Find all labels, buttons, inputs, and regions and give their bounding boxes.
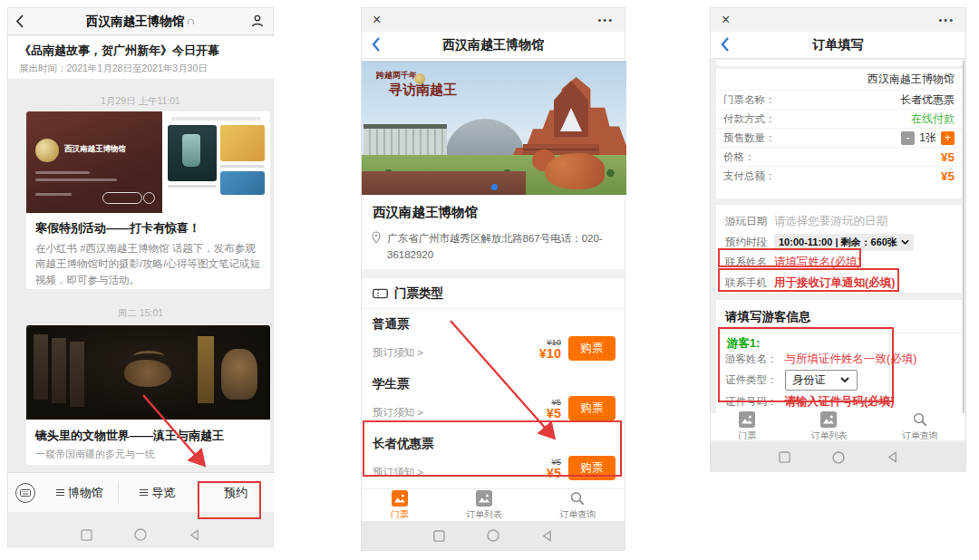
contact-phone-row[interactable]: 联系手机 用于接收订单通知(必填)	[716, 274, 962, 292]
decor-caption	[220, 165, 265, 168]
decor-caption	[168, 185, 217, 188]
museum-banner-image: 跨越两千年 寻访南越王	[362, 61, 626, 195]
android-home-button[interactable]	[487, 529, 499, 542]
booking-notice-link[interactable]: 预订须知 >	[373, 466, 423, 479]
payment-method-value: 在线付款	[911, 111, 955, 127]
tab-tickets[interactable]: 门票	[391, 490, 409, 521]
location-pin-icon	[371, 231, 382, 245]
android-navbar	[711, 442, 965, 472]
tab-label: 订单查询	[559, 508, 596, 521]
dome-shape	[445, 119, 525, 157]
ticket-type-section-title: 门票类型	[394, 285, 443, 302]
field-label: 游玩日期	[725, 215, 767, 228]
chevron-down-icon	[901, 239, 909, 245]
field-label: 支付总额：	[723, 169, 776, 183]
close-icon[interactable]: ×	[373, 13, 381, 27]
timeslot-select[interactable]: 10:00-11:00 | 剩余：660张	[774, 234, 914, 251]
back-icon[interactable]	[371, 36, 381, 56]
field-label: 联系手机	[725, 276, 767, 290]
close-icon[interactable]: ×	[722, 13, 730, 27]
current-price: ¥5	[547, 407, 561, 421]
glass-pyramid	[560, 108, 582, 131]
id-type-select[interactable]: 身份证	[785, 370, 858, 391]
contact-name-row[interactable]: 联系姓名 请填写姓名(必填)	[716, 253, 962, 271]
post-image: 西汉南越王博物馆	[26, 111, 270, 213]
webview-titlebar: × •••	[711, 8, 965, 32]
post-body: 在小红书 #西汉南越王博物馆 话题下，发布参观南越王博物馆时的摄影/攻略/心得等…	[26, 237, 270, 289]
date-row[interactable]: 游玩日期 请选择您要游玩的日期	[716, 212, 962, 230]
tab-order-search[interactable]: 订单查询	[902, 411, 938, 442]
article-link-card[interactable]: 《品南越故事，贺广州新年》今日开幕 展出时间：2021年1月28日至2021年3…	[8, 36, 275, 79]
quantity-stepper: - 1张 +	[901, 130, 955, 146]
exhibit-subtitle: 一窥帝国南疆的多元与一统	[26, 444, 270, 465]
article-title: 《品南越故事，贺广州新年》今日开幕	[19, 43, 264, 59]
id-number-placeholder: 请输入证件号码(必填)	[785, 394, 895, 410]
visitor-info-card: 请填写游客信息 游客1: 游客姓名： 与所填证件姓名一致(必填) 证件类型： 身…	[716, 300, 962, 413]
visitor-name-row[interactable]: 游客姓名： 与所填证件姓名一致(必填)	[716, 351, 962, 367]
official-account-menu: 博物馆 导览 预约	[8, 472, 275, 512]
audio-mode-icon	[187, 14, 195, 28]
poster-shape	[70, 342, 84, 407]
merchant-name: 西汉南越王博物馆	[868, 72, 955, 87]
tab-tickets[interactable]: 门票	[738, 411, 756, 442]
android-recents-button[interactable]	[81, 529, 92, 541]
bronze-sculpture-shape	[221, 349, 257, 400]
tab-label: 订单列表	[810, 430, 847, 442]
date-placeholder: 请选择您要游玩的日期	[774, 214, 887, 229]
total-value: ¥5	[941, 169, 955, 183]
search-icon	[569, 490, 586, 507]
ticket-name: 长者优惠票	[373, 436, 434, 452]
buy-ticket-button[interactable]: 购票	[568, 336, 616, 361]
booking-notice-link[interactable]: 预订须知 >	[373, 406, 423, 420]
more-menu-icon[interactable]: •••	[938, 14, 955, 25]
android-home-button[interactable]	[134, 528, 147, 541]
tab-order-search[interactable]: 订单查询	[559, 490, 596, 521]
phone-screen-ticket-list: × ••• 西汉南越王博物馆 跨越两千年 寻访南越王	[361, 7, 625, 551]
tab-label: 门票	[391, 508, 409, 521]
menu-item-reserve[interactable]: 预约	[197, 481, 275, 505]
id-type-value: 身份证	[793, 372, 826, 388]
decor-dot	[143, 192, 155, 204]
chevron-down-icon	[840, 377, 849, 382]
id-number-row[interactable]: 证件号码： 请输入证件号码(必填)	[716, 393, 962, 410]
contact-phone-placeholder: 用于接收订单通知(必填)	[774, 275, 895, 291]
current-price: ¥5	[547, 467, 561, 481]
submenu-icon	[56, 489, 64, 496]
ticket-row-student: 学生票 预订须知 > ¥5 ¥5 购票	[362, 369, 626, 429]
scrollbar[interactable]	[963, 61, 964, 421]
ticket-price: ¥5 ¥5	[547, 458, 561, 481]
menu-item-label: 导览	[151, 485, 175, 501]
android-home-button[interactable]	[832, 451, 845, 464]
museum-address-row[interactable]: 广东省广州市越秀区解放北路867号电话：020-36182920	[371, 231, 616, 264]
post-title: 寒假特别活动——打卡有惊喜！	[26, 213, 270, 237]
current-price: ¥10	[539, 347, 561, 362]
poster-shape	[52, 338, 66, 403]
more-menu-icon[interactable]: •••	[597, 14, 614, 25]
android-back-button[interactable]	[887, 451, 898, 463]
buy-ticket-button[interactable]: 购票	[568, 396, 616, 420]
back-icon[interactable]	[720, 36, 730, 56]
page-title: 西汉南越王博物馆	[362, 37, 625, 53]
buy-ticket-button[interactable]: 购票	[568, 456, 616, 480]
ticket-row-senior: 长者优惠票 预订须知 > ¥5 ¥5 购票	[362, 429, 626, 488]
keyboard-icon[interactable]	[15, 483, 35, 503]
merchant-row: 西汉南越王博物馆	[716, 69, 962, 91]
android-recents-button[interactable]	[433, 530, 445, 542]
menu-item-guide[interactable]: 导览	[118, 481, 196, 505]
android-recents-button[interactable]	[779, 451, 790, 463]
android-back-button[interactable]	[541, 530, 553, 542]
tab-order-list[interactable]: 订单列表	[466, 490, 502, 521]
back-icon[interactable]	[15, 14, 24, 33]
tab-order-list[interactable]: 订单列表	[810, 411, 847, 442]
activity-post-card[interactable]: 西汉南越王博物馆	[26, 111, 270, 289]
booking-notice-link[interactable]: 预订须知 >	[373, 346, 423, 360]
exhibit-post-card[interactable]: 镜头里的文物世界——滇王与南越王 一窥帝国南疆的多元与一统	[26, 325, 270, 465]
quantity-minus-button[interactable]: -	[901, 131, 915, 145]
museum-address: 广东省广州市越秀区解放北路867号电话：020-36182920	[387, 231, 603, 264]
android-back-button[interactable]	[189, 529, 200, 541]
menu-item-museum[interactable]: 博物馆	[41, 481, 118, 505]
profile-icon[interactable]	[249, 13, 266, 33]
field-label: 预售数量：	[723, 131, 776, 145]
quantity-plus-button[interactable]: +	[941, 131, 955, 145]
image-icon	[476, 490, 492, 507]
